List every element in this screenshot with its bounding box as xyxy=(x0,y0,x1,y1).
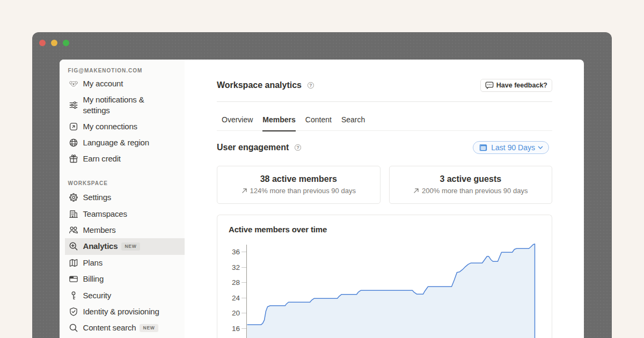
svg-text:32: 32 xyxy=(232,263,240,271)
svg-text:20: 20 xyxy=(232,309,240,317)
svg-text:28: 28 xyxy=(232,278,240,286)
svg-text:36: 36 xyxy=(232,248,240,256)
svg-text:24: 24 xyxy=(232,294,240,302)
svg-text:16: 16 xyxy=(232,325,240,333)
